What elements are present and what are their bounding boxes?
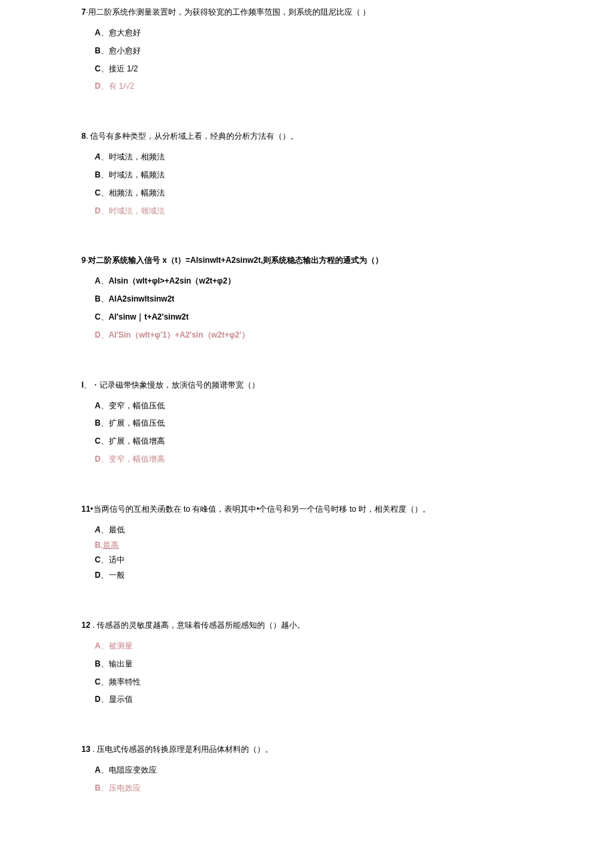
- option-text: 输出量: [109, 659, 133, 669]
- option-text: 适中: [109, 555, 125, 564]
- option-text: 频率特性: [109, 677, 141, 687]
- option: B、输出量: [95, 659, 614, 670]
- option: B、AlA2sinwltsinw2t: [95, 294, 614, 305]
- option: C、扩展，幅值增高: [95, 436, 614, 447]
- option-text: 接近 1/2: [109, 64, 138, 73]
- option-label: D: [95, 570, 101, 580]
- option: A、Alsin（wlt+φl>+A2sin（w2t+φ2）: [95, 276, 614, 287]
- option: A、变窄，幅值压低: [95, 400, 614, 412]
- option-text: 变窄，幅值增高: [109, 454, 165, 464]
- question-number: 9: [81, 256, 86, 265]
- option-text: 变窄，幅值压低: [109, 401, 165, 410]
- option-text: 扩展，幅值增高: [109, 436, 165, 446]
- question-stem: 7·用二阶系统作测量装置时，为获得较宽的工作频率范围，则系统的阻尼比应（ ）: [81, 7, 614, 18]
- option-text: AlA2sinwltsinw2t: [109, 294, 175, 304]
- option: A、电阻应变效应: [95, 765, 614, 776]
- option-label: B: [95, 540, 101, 550]
- question-stem: 9·对二阶系统输入信号 x（t）=Alsinwlt+A2sinw2t,则系统稳态…: [81, 255, 614, 266]
- option-text: 时域法，相频法: [109, 152, 165, 161]
- options: A、Alsin（wlt+φl>+A2sin（w2t+φ2）B、AlA2sinwl…: [95, 276, 614, 340]
- question-stem: 12 . 传感器的灵敏度越高，意味着传感器所能感知的（）越小。: [81, 620, 614, 631]
- option-label: D: [95, 454, 101, 464]
- option-text: 有 1/√2: [109, 81, 135, 91]
- option-label: B: [95, 170, 101, 179]
- option-label: C: [95, 312, 101, 322]
- option: B、时域法，幅频法: [95, 169, 614, 181]
- option: B、扩展，幅值压低: [95, 418, 614, 429]
- question: 11•当两信号的互相关函数在 to 有峰值，表明其中•个信号和另一个信号时移 t…: [81, 504, 614, 581]
- question: 12 . 传感器的灵敏度越高，意味着传感器所能感知的（）越小。A、被测量B、输出…: [81, 620, 614, 705]
- option-label: D: [95, 81, 101, 91]
- question-stem: 11•当两信号的互相关函数在 to 有峰值，表明其中•个信号和另一个信号时移 t…: [81, 504, 614, 515]
- option: C、适中: [95, 554, 614, 566]
- option-label: B: [95, 294, 101, 304]
- option: C、Al'sinw｜t+A2'sinw2t: [95, 312, 614, 323]
- option: D、一般: [95, 570, 614, 581]
- question: 13 . 压电式传感器的转换原理是利用品体材料的（）。A、电阻应变效应B、压电效…: [81, 744, 614, 794]
- option-answer: B、压电效应: [95, 783, 614, 794]
- option-text: Alsin（wlt+φl>+A2sin（w2t+φ2）: [109, 276, 236, 286]
- option-label: C: [95, 677, 101, 687]
- option: A、最低: [95, 524, 614, 536]
- option-label: C: [95, 64, 101, 73]
- question: 9·对二阶系统输入信号 x（t）=Alsinwlt+A2sinw2t,则系统稳态…: [81, 255, 614, 340]
- option-text: 显示值: [109, 695, 133, 704]
- option: B、愈小愈好: [95, 45, 614, 57]
- option-label: A: [95, 765, 101, 775]
- option-text: 最高: [103, 540, 119, 550]
- option-text: 愈小愈好: [109, 46, 141, 55]
- options: A、愈大愈好B、愈小愈好C、接近 1/2D、有 1/√2: [95, 27, 614, 92]
- options: A、最低B,最高C、适中D、一般: [95, 524, 614, 581]
- option-text: 最低: [109, 525, 125, 534]
- option-label: D: [95, 695, 101, 704]
- option-label: B: [95, 46, 101, 55]
- option: D、显示值: [95, 694, 614, 705]
- option: C、接近 1/2: [95, 63, 614, 75]
- option-text: 时域法，幅频法: [109, 170, 165, 179]
- option-label: B: [95, 783, 101, 793]
- option-label: C: [95, 188, 101, 197]
- question-number: 8: [81, 131, 86, 141]
- question-stem: 13 . 压电式传感器的转换原理是利用品体材料的（）。: [81, 744, 614, 755]
- question: 8. 信号有多种类型，从分析域上看，经典的分析方法有（）。A、时域法，相频法B、…: [81, 131, 614, 216]
- question: 7·用二阶系统作测量装置时，为获得较宽的工作频率范围，则系统的阻尼比应（ ）A、…: [81, 7, 614, 92]
- option-label: A: [95, 28, 101, 37]
- option-text: Al'Sin（wlt+φ'1）+A2'sin（w2t+φ2'）: [109, 330, 250, 340]
- option-answer: A、被测量: [95, 640, 614, 652]
- option-answer: D、有 1/√2: [95, 81, 614, 92]
- option-label: A: [95, 641, 101, 650]
- option-text: 扩展，幅值压低: [109, 418, 165, 428]
- option-answer: B,最高: [95, 540, 614, 551]
- option-label: A: [95, 276, 101, 286]
- option-text: 电阻应变效应: [109, 765, 157, 775]
- option-text: 相频法，幅频法: [109, 188, 165, 197]
- option-label: B: [95, 418, 101, 428]
- options: A、被测量B、输出量C、频率特性D、显示值: [95, 640, 614, 705]
- option: C、相频法，幅频法: [95, 187, 614, 199]
- option-label: C: [95, 436, 101, 446]
- option-label: A: [95, 401, 101, 410]
- question-stem: 8. 信号有多种类型，从分析域上看，经典的分析方法有（）。: [81, 131, 614, 142]
- option-text: 愈大愈好: [109, 28, 141, 37]
- question: I、・记录磁带快象慢放，放演信号的频谱带宽（）A、变窄，幅值压低B、扩展，幅值压…: [81, 380, 614, 465]
- option-answer: D、Al'Sin（wlt+φ'1）+A2'sin（w2t+φ2'）: [95, 330, 614, 341]
- option: C、频率特性: [95, 677, 614, 688]
- option: A、时域法，相频法: [95, 151, 614, 163]
- option-answer: D、时域法，领域法: [95, 205, 614, 217]
- option-label: D: [95, 206, 101, 215]
- option-text: 被测量: [109, 641, 133, 650]
- option-answer: D、变窄，幅值增高: [95, 454, 614, 465]
- question-number: 13: [81, 745, 90, 754]
- option-label: A: [95, 152, 101, 161]
- option-label: B: [95, 659, 101, 669]
- option-label: C: [95, 555, 101, 564]
- option-label: D: [95, 330, 101, 340]
- option-text: 一般: [109, 570, 125, 580]
- options: A、时域法，相频法B、时域法，幅频法C、相频法，幅频法D、时域法，领域法: [95, 151, 614, 216]
- question-number: 12: [81, 620, 90, 630]
- option: A、愈大愈好: [95, 27, 614, 39]
- question-number: 11: [81, 504, 90, 514]
- options: A、电阻应变效应B、压电效应: [95, 765, 614, 794]
- option-text: 压电效应: [109, 783, 141, 793]
- option-label: A: [95, 525, 101, 534]
